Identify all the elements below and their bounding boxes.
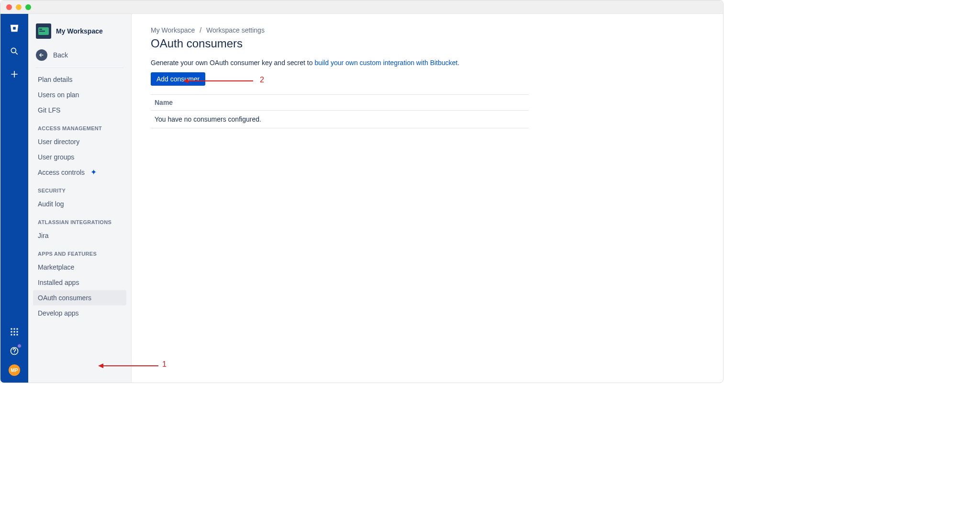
svg-line-2	[16, 53, 18, 55]
svg-rect-10	[17, 331, 18, 333]
back-arrow-icon	[36, 49, 47, 61]
sidebar-heading-access: ACCESS MANAGEMENT	[33, 118, 126, 134]
table-header-name: Name	[151, 95, 529, 111]
close-window-button[interactable]	[6, 4, 12, 10]
sidebar-item-user-directory[interactable]: User directory	[33, 134, 126, 149]
sidebar-item-jira[interactable]: Jira	[33, 228, 126, 243]
svg-rect-5	[11, 328, 12, 330]
breadcrumb: My Workspace / Workspace settings	[151, 26, 704, 34]
sidebar-heading-security: SECURITY	[33, 180, 126, 196]
svg-rect-12	[14, 334, 15, 336]
sidebar-item-plan-details[interactable]: Plan details	[33, 72, 126, 87]
page-title: OAuth consumers	[151, 37, 704, 50]
settings-sidebar: My Workspace Back Plan details Users on …	[28, 14, 132, 383]
workspace-header[interactable]: My Workspace	[33, 23, 126, 45]
titlebar	[0, 0, 723, 14]
maximize-window-button[interactable]	[25, 4, 31, 10]
sidebar-item-audit-log[interactable]: Audit log	[33, 196, 126, 212]
breadcrumb-root[interactable]: My Workspace	[151, 26, 195, 34]
sidebar-item-user-groups[interactable]: User groups	[33, 149, 126, 165]
svg-rect-9	[14, 331, 15, 333]
notification-badge-icon	[17, 344, 22, 348]
global-nav-rail: MP	[0, 14, 28, 383]
page-description: Generate your own OAuth consumer key and…	[151, 59, 704, 67]
integration-doc-link[interactable]: build your own custom integration with B…	[314, 59, 457, 67]
sidebar-item-marketplace[interactable]: Marketplace	[33, 260, 126, 275]
svg-rect-11	[11, 334, 12, 336]
back-button[interactable]: Back	[33, 45, 126, 65]
app-window: MP My Workspace Back Plan details Users …	[0, 0, 724, 383]
sidebar-divider	[36, 68, 123, 68]
svg-rect-8	[11, 331, 12, 333]
consumers-table: Name You have no consumers configured.	[151, 94, 529, 128]
svg-point-15	[14, 353, 14, 353]
sidebar-item-users-on-plan[interactable]: Users on plan	[33, 87, 126, 102]
app-switcher-icon[interactable]	[9, 326, 20, 338]
create-icon[interactable]	[9, 68, 20, 80]
annotation-label-1: 1	[162, 360, 167, 369]
sidebar-heading-integrations: ATLASSIAN INTEGRATIONS	[33, 212, 126, 228]
svg-rect-0	[13, 27, 16, 30]
sidebar-item-oauth-consumers[interactable]: OAuth consumers	[33, 290, 126, 305]
sidebar-item-access-controls[interactable]: Access controls ✦	[33, 165, 126, 180]
user-avatar[interactable]: MP	[9, 364, 20, 376]
annotation-label-2: 2	[260, 76, 264, 84]
sidebar-item-develop-apps[interactable]: Develop apps	[33, 305, 126, 321]
workspace-title: My Workspace	[56, 27, 103, 35]
svg-point-1	[11, 48, 16, 53]
breadcrumb-separator: /	[200, 26, 201, 34]
search-icon[interactable]	[9, 45, 20, 57]
sidebar-item-installed-apps[interactable]: Installed apps	[33, 275, 126, 290]
add-consumer-button[interactable]: Add consumer	[151, 72, 205, 86]
main-content: My Workspace / Workspace settings OAuth …	[132, 14, 723, 383]
back-label: Back	[53, 51, 68, 59]
sidebar-heading-apps: APPS AND FEATURES	[33, 243, 126, 260]
window-controls	[6, 4, 31, 10]
minimize-window-button[interactable]	[16, 4, 22, 10]
help-icon[interactable]	[9, 345, 20, 357]
svg-rect-7	[17, 328, 18, 330]
bitbucket-logo-icon[interactable]	[9, 23, 20, 34]
table-empty-message: You have no consumers configured.	[151, 111, 529, 128]
svg-rect-6	[14, 328, 15, 330]
workspace-logo-icon	[36, 23, 51, 39]
sparkle-icon: ✦	[90, 169, 97, 176]
sidebar-item-git-lfs[interactable]: Git LFS	[33, 102, 126, 118]
breadcrumb-page[interactable]: Workspace settings	[206, 26, 265, 34]
svg-rect-13	[17, 334, 18, 336]
